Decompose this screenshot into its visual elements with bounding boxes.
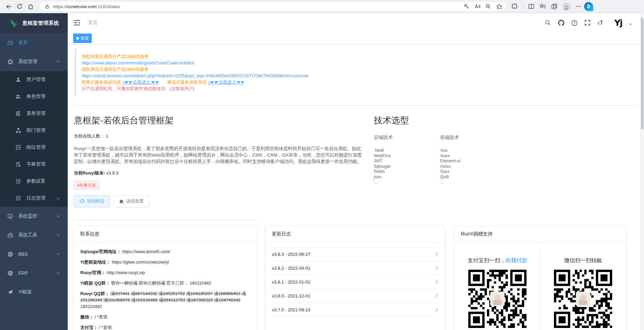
changelog-item[interactable]: v3.8.0 - 2021-12-01 (272, 289, 438, 303)
page-title: 意框架-若依后台管理框架 (74, 115, 362, 126)
app-logo[interactable]: 意框架管理系统 (0, 13, 68, 33)
svg-text:?: ? (573, 21, 576, 25)
pay-me-link[interactable]: 向我付款 (506, 257, 527, 263)
tech-title: 技术选型 (374, 115, 637, 126)
address-bar[interactable]: https://ccnetcore.com:1101/index (39, 2, 507, 11)
gear-icon (7, 59, 13, 65)
sidebar-item-tools[interactable]: 系统工具 (0, 226, 68, 245)
alipay-column: 支付宝扫一扫，向我付款 (455, 248, 540, 330)
sidebar-item-yi[interactable]: Yi框架 (0, 283, 68, 302)
contact-label: 微信： (80, 314, 95, 319)
collections-icon[interactable] (551, 3, 558, 10)
notice-line: https://www.aliyun.com/minisite/goods?us… (82, 60, 637, 66)
section-divider (74, 105, 637, 106)
changelog-item[interactable]: v3.7.0 - 2021-09-13 (272, 303, 438, 317)
sidebar-item-params[interactable]: 参数设置 (0, 173, 68, 190)
contact-label: Sqlsugar官网地址： (80, 249, 122, 254)
refresh-icon[interactable] (14, 1, 25, 12)
tag-home[interactable]: 首页 (73, 34, 92, 43)
visit-gitee-button[interactable]: 访问码云 (74, 195, 110, 207)
changelog-item[interactable]: v3.8.2 - 2022-04-01 (272, 261, 438, 275)
user-avatar-logo[interactable]: Yj (614, 18, 622, 28)
changelog-card: 更新日志 v3.8.3 - 2022-06-27v3.8.2 - 2022-04… (265, 226, 445, 330)
password-key-icon[interactable] (464, 3, 470, 9)
sidebar-item-bbs[interactable]: BBS (0, 245, 68, 264)
notice-line: 阿里云服务器折扣区 >☛☛点我进入☚☚ 腾讯云服务器秒杀区 >☛☛点我进入☚☚ (82, 79, 637, 85)
notice-line: 领取阿里云通用云产品1888优惠券 (82, 53, 637, 60)
tech-item: ... (440, 180, 507, 185)
profile-avatar[interactable] (562, 2, 571, 11)
contact-value: 满104180207 (186, 291, 213, 296)
contact-row: Ruoyi QQ群： 满937441 满887144332 满180251782… (80, 290, 251, 310)
help-icon[interactable]: ? (571, 19, 578, 26)
sidebar-item-erp[interactable]: ERP (0, 264, 68, 283)
read-aloud-icon[interactable] (474, 3, 480, 9)
fullscreen-icon[interactable] (584, 19, 591, 26)
changelog-item[interactable]: v3.8.3 - 2022-06-27 (272, 247, 438, 261)
contact-card-header: 联系信息 (74, 226, 257, 242)
chevron-down-icon (56, 213, 60, 217)
sidebar-item-dicts[interactable]: 字典管理 (0, 156, 68, 173)
tech-item: WebFirst (374, 153, 440, 159)
home-icon[interactable] (25, 1, 36, 12)
notice-link[interactable]: >☛☛点我进入☚☚ (123, 80, 158, 85)
sidebar-item-monitor[interactable]: 系统监控 (0, 207, 68, 226)
extensions-icon[interactable] (511, 3, 518, 10)
contact-link[interactable]: http://www.ruoyi.vip (107, 270, 145, 275)
search-icon[interactable] (544, 19, 551, 26)
contact-row: 支付宝： / *若依 (80, 324, 251, 330)
changelog-item[interactable]: v3.8.1 - 2022-01-01 (272, 275, 438, 289)
paper-plane-icon (7, 289, 13, 295)
zoom-out-icon[interactable] (485, 3, 491, 9)
contact-row: Yi意框架地址： https://gitee.com/ccnetcore/yi (80, 259, 251, 265)
tech-item: Sass (440, 169, 507, 174)
org-chart-icon (16, 128, 21, 133)
scrollbar-thumb[interactable] (641, 18, 644, 129)
page-scrollbar[interactable] (640, 13, 644, 330)
contact-label: Yi框架 QQ群： (80, 281, 111, 286)
free-open-source-tag: ¥免费开源 (74, 181, 99, 190)
font-size-icon[interactable]: TT (597, 20, 603, 26)
donate-card-header: RuoYi捐赠支持 (455, 226, 626, 242)
sidebar-item-roles[interactable]: 角色管理 (0, 88, 68, 105)
tech-column: 技术选型 后端技术 .Net6WebFirstJWTSqlsugarRedisj… (374, 115, 637, 220)
contact-value: / *若依 (99, 325, 112, 330)
favorite-add-icon[interactable] (496, 3, 502, 10)
sidebar-item-system[interactable]: 系统管理 (0, 52, 68, 71)
copilot-icon[interactable]: b (584, 2, 593, 11)
notice-text: 阿里云服务器折扣区 (82, 80, 123, 85)
frontend-subtitle: 前端技术 (440, 135, 507, 141)
sidebar-fold-icon[interactable] (73, 19, 81, 26)
split-screen-icon[interactable] (528, 3, 535, 10)
contact-value: 满101539465 (131, 297, 157, 303)
more-menu-icon[interactable] (575, 3, 581, 9)
sidebar-item-users[interactable]: 用户管理 (0, 71, 68, 88)
contact-link[interactable]: https://www.donet5.com/ (122, 249, 170, 254)
notice-link[interactable]: >☛☛点我进入☚☚ (208, 80, 244, 85)
notice-line: https://cloud.tencent.com/redirect.php?r… (82, 73, 637, 79)
caret-down-icon[interactable] (629, 24, 632, 25)
chevron-right-icon (434, 252, 437, 256)
github-icon[interactable] (558, 19, 564, 26)
cloud-icon (79, 199, 85, 204)
sidebar-item-home[interactable]: 首页 (0, 33, 68, 52)
dashboard-icon (7, 40, 13, 46)
app-title: 意框架管理系统 (22, 20, 59, 26)
sidebar-item-logs[interactable]: 日志管理 (0, 190, 68, 207)
sidebar-item-posts[interactable]: 岗位管理 (0, 139, 68, 156)
notice-link[interactable]: https://cloud.tencent.com/redirect.php?r… (82, 73, 308, 78)
tag-dot (76, 37, 79, 40)
breadcrumb[interactable]: 首页 (88, 20, 98, 26)
contact-link[interactable]: https://gitee.com/ccnetcore/yi (112, 260, 169, 265)
notice-text: 领取阿里云通用云产品1888优惠券 (82, 54, 149, 59)
version-line: 当前Ruoyi版本: v3.8.3 (74, 170, 362, 176)
back-icon[interactable] (3, 1, 14, 12)
notice-link[interactable]: https://www.aliyun.com/minisite/goods?us… (82, 60, 194, 65)
sidebar-item-departments[interactable]: 部门管理 (0, 122, 68, 139)
favorites-icon[interactable] (539, 3, 546, 10)
sidebar: 意框架管理系统 首页 系统管理 用户管理 角色管理 (0, 13, 68, 330)
visit-homepage-button[interactable]: 访问主页 (113, 195, 149, 207)
sidebar-item-menus[interactable]: 菜单管理 (0, 105, 68, 122)
tech-item: Quill (440, 174, 507, 180)
contact-row: Sqlsugar官网地址： https://www.donet5.com/ (80, 248, 251, 255)
